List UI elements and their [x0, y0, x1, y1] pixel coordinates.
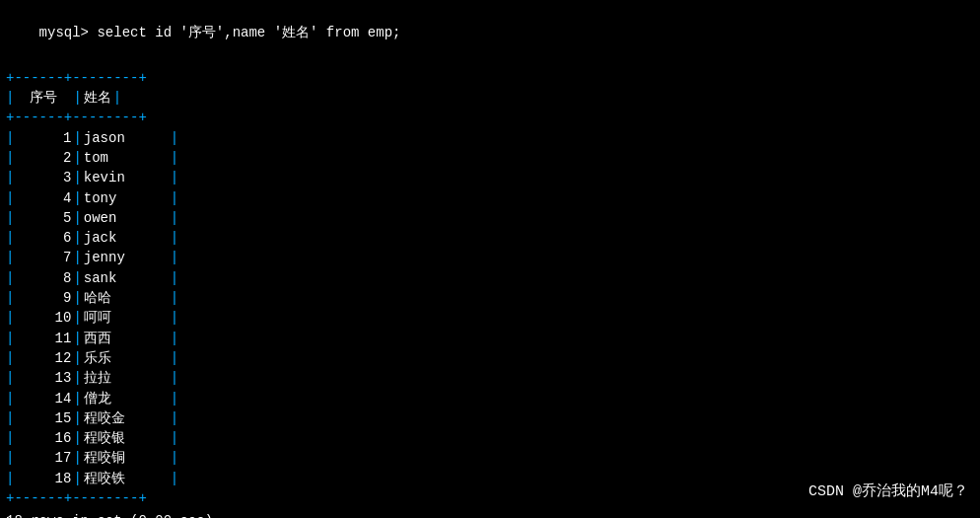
- table-row: | 4| tony |: [6, 188, 974, 208]
- result-table: +------+--------+ | 序号 | 姓名 | +------+--…: [6, 68, 974, 509]
- table-row: | 1| jason |: [6, 128, 974, 148]
- cell-name: 西西: [82, 329, 171, 348]
- table-border-top: +------+--------+: [6, 68, 974, 88]
- cell-name: 程咬银: [82, 428, 171, 448]
- cell-id: 6: [14, 228, 73, 248]
- cell-name: tony: [82, 188, 171, 208]
- cell-id: 13: [14, 368, 73, 388]
- cell-name: jenny: [82, 248, 171, 267]
- cell-name: 哈哈: [82, 288, 171, 308]
- table-row: | 7| jenny |: [6, 248, 974, 267]
- terminal: mysql> select id '序号',name '姓名' from emp…: [0, 0, 980, 518]
- cell-name: 程咬金: [82, 408, 171, 428]
- cell-id: 5: [14, 208, 73, 228]
- cell-id: 1: [14, 128, 73, 148]
- pipe: |: [6, 88, 14, 108]
- cell-id: 18: [14, 469, 73, 488]
- table-header: | 序号 | 姓名 |: [6, 88, 974, 108]
- cell-name: jason: [82, 128, 171, 148]
- table-row: | 14| 僧龙 |: [6, 389, 974, 408]
- header-id: 序号: [14, 88, 73, 108]
- cell-name: kevin: [82, 168, 171, 187]
- cell-name: tom: [82, 148, 171, 168]
- watermark: CSDN @乔治我的M4呢？: [808, 481, 968, 500]
- cell-name: owen: [82, 208, 171, 228]
- table-row: | 5| owen |: [6, 208, 974, 228]
- cell-id: 17: [14, 448, 73, 468]
- cell-id: 7: [14, 248, 73, 267]
- cell-id: 2: [14, 148, 73, 168]
- cell-id: 10: [14, 308, 73, 328]
- table-row: | 6| jack |: [6, 228, 974, 248]
- result-summary: 18 rows in set (0.00 sec): [6, 512, 974, 518]
- table-row: | 10| 呵呵 |: [6, 308, 974, 328]
- table-row: | 16| 程咬银 |: [6, 428, 974, 448]
- table-row: | 9| 哈哈 |: [6, 288, 974, 308]
- table-row: | 15| 程咬金 |: [6, 408, 974, 428]
- cell-name: 程咬铁: [82, 469, 171, 488]
- command-line: mysql> select id '序号',name '姓名' from emp…: [6, 4, 974, 62]
- table-row: | 2| tom |: [6, 148, 974, 168]
- table-row: | 3| kevin |: [6, 168, 974, 187]
- cell-name: 拉拉: [82, 368, 171, 388]
- sql-command: select id '序号',name '姓名' from emp;: [97, 25, 400, 40]
- cell-name: sank: [82, 268, 171, 288]
- table-row: | 13| 拉拉 |: [6, 368, 974, 388]
- table-border-mid: +------+--------+: [6, 108, 974, 127]
- table-row: | 11| 西西 |: [6, 329, 974, 348]
- cell-name: jack: [82, 228, 171, 248]
- cell-id: 12: [14, 348, 73, 368]
- cell-id: 15: [14, 408, 73, 428]
- cell-id: 11: [14, 329, 73, 348]
- pipe: |: [113, 88, 121, 108]
- cell-id: 9: [14, 288, 73, 308]
- cell-name: 程咬铜: [82, 448, 171, 468]
- cell-id: 4: [14, 188, 73, 208]
- table-row: | 17| 程咬铜 |: [6, 448, 974, 468]
- cell-id: 3: [14, 168, 73, 187]
- header-name: 姓名: [82, 88, 113, 108]
- cell-name: 乐乐: [82, 348, 171, 368]
- pipe: |: [73, 88, 81, 108]
- cell-name: 呵呵: [82, 308, 171, 328]
- cell-id: 8: [14, 268, 73, 288]
- table-row: | 12| 乐乐 |: [6, 348, 974, 368]
- prompt: mysql>: [39, 25, 98, 40]
- cell-id: 16: [14, 428, 73, 448]
- cell-name: 僧龙: [82, 389, 171, 408]
- cell-id: 14: [14, 389, 73, 408]
- table-row: | 8| sank |: [6, 268, 974, 288]
